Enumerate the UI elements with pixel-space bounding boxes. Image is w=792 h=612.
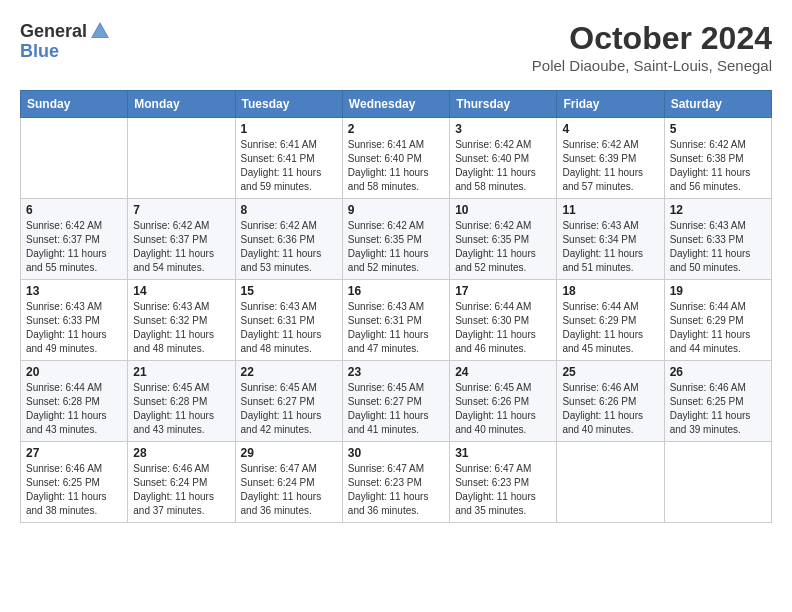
day-info: Sunrise: 6:45 AM Sunset: 6:27 PM Dayligh…	[241, 381, 337, 437]
calendar-cell: 8Sunrise: 6:42 AM Sunset: 6:36 PM Daylig…	[235, 199, 342, 280]
day-number: 29	[241, 446, 337, 460]
calendar-cell	[557, 442, 664, 523]
day-number: 16	[348, 284, 444, 298]
day-info: Sunrise: 6:47 AM Sunset: 6:23 PM Dayligh…	[348, 462, 444, 518]
day-number: 19	[670, 284, 766, 298]
day-info: Sunrise: 6:42 AM Sunset: 6:37 PM Dayligh…	[26, 219, 122, 275]
day-info: Sunrise: 6:41 AM Sunset: 6:40 PM Dayligh…	[348, 138, 444, 194]
day-info: Sunrise: 6:46 AM Sunset: 6:25 PM Dayligh…	[26, 462, 122, 518]
day-info: Sunrise: 6:42 AM Sunset: 6:38 PM Dayligh…	[670, 138, 766, 194]
logo-general: General	[20, 22, 87, 40]
calendar-cell: 22Sunrise: 6:45 AM Sunset: 6:27 PM Dayli…	[235, 361, 342, 442]
day-number: 3	[455, 122, 551, 136]
day-info: Sunrise: 6:42 AM Sunset: 6:35 PM Dayligh…	[455, 219, 551, 275]
day-info: Sunrise: 6:44 AM Sunset: 6:29 PM Dayligh…	[562, 300, 658, 356]
day-number: 25	[562, 365, 658, 379]
calendar-cell: 18Sunrise: 6:44 AM Sunset: 6:29 PM Dayli…	[557, 280, 664, 361]
day-number: 23	[348, 365, 444, 379]
day-number: 18	[562, 284, 658, 298]
calendar-header-row: SundayMondayTuesdayWednesdayThursdayFrid…	[21, 91, 772, 118]
calendar-week-4: 20Sunrise: 6:44 AM Sunset: 6:28 PM Dayli…	[21, 361, 772, 442]
calendar-week-2: 6Sunrise: 6:42 AM Sunset: 6:37 PM Daylig…	[21, 199, 772, 280]
day-number: 9	[348, 203, 444, 217]
day-info: Sunrise: 6:42 AM Sunset: 6:37 PM Dayligh…	[133, 219, 229, 275]
title-block: October 2024 Polel Diaoube, Saint-Louis,…	[532, 20, 772, 74]
day-number: 10	[455, 203, 551, 217]
calendar-week-1: 1Sunrise: 6:41 AM Sunset: 6:41 PM Daylig…	[21, 118, 772, 199]
logo-icon	[89, 20, 111, 42]
calendar-cell	[664, 442, 771, 523]
calendar-cell: 30Sunrise: 6:47 AM Sunset: 6:23 PM Dayli…	[342, 442, 449, 523]
calendar-header-monday: Monday	[128, 91, 235, 118]
day-info: Sunrise: 6:45 AM Sunset: 6:27 PM Dayligh…	[348, 381, 444, 437]
day-info: Sunrise: 6:47 AM Sunset: 6:23 PM Dayligh…	[455, 462, 551, 518]
day-number: 5	[670, 122, 766, 136]
day-number: 12	[670, 203, 766, 217]
calendar-cell: 6Sunrise: 6:42 AM Sunset: 6:37 PM Daylig…	[21, 199, 128, 280]
day-info: Sunrise: 6:42 AM Sunset: 6:39 PM Dayligh…	[562, 138, 658, 194]
day-number: 17	[455, 284, 551, 298]
calendar-cell: 11Sunrise: 6:43 AM Sunset: 6:34 PM Dayli…	[557, 199, 664, 280]
day-number: 20	[26, 365, 122, 379]
day-number: 8	[241, 203, 337, 217]
header: General Blue October 2024 Polel Diaoube,…	[20, 20, 772, 74]
day-info: Sunrise: 6:45 AM Sunset: 6:26 PM Dayligh…	[455, 381, 551, 437]
calendar-cell: 5Sunrise: 6:42 AM Sunset: 6:38 PM Daylig…	[664, 118, 771, 199]
day-info: Sunrise: 6:42 AM Sunset: 6:40 PM Dayligh…	[455, 138, 551, 194]
calendar-cell: 13Sunrise: 6:43 AM Sunset: 6:33 PM Dayli…	[21, 280, 128, 361]
calendar-cell: 29Sunrise: 6:47 AM Sunset: 6:24 PM Dayli…	[235, 442, 342, 523]
calendar-cell: 16Sunrise: 6:43 AM Sunset: 6:31 PM Dayli…	[342, 280, 449, 361]
day-number: 26	[670, 365, 766, 379]
logo-blue: Blue	[20, 42, 59, 60]
calendar-cell: 1Sunrise: 6:41 AM Sunset: 6:41 PM Daylig…	[235, 118, 342, 199]
day-number: 15	[241, 284, 337, 298]
calendar-header-sunday: Sunday	[21, 91, 128, 118]
calendar-header-wednesday: Wednesday	[342, 91, 449, 118]
day-number: 30	[348, 446, 444, 460]
calendar-header-friday: Friday	[557, 91, 664, 118]
day-info: Sunrise: 6:46 AM Sunset: 6:24 PM Dayligh…	[133, 462, 229, 518]
day-info: Sunrise: 6:47 AM Sunset: 6:24 PM Dayligh…	[241, 462, 337, 518]
day-info: Sunrise: 6:44 AM Sunset: 6:28 PM Dayligh…	[26, 381, 122, 437]
day-number: 22	[241, 365, 337, 379]
day-info: Sunrise: 6:43 AM Sunset: 6:34 PM Dayligh…	[562, 219, 658, 275]
day-number: 24	[455, 365, 551, 379]
calendar-cell: 15Sunrise: 6:43 AM Sunset: 6:31 PM Dayli…	[235, 280, 342, 361]
day-info: Sunrise: 6:46 AM Sunset: 6:25 PM Dayligh…	[670, 381, 766, 437]
logo: General Blue	[20, 20, 111, 60]
calendar-cell: 21Sunrise: 6:45 AM Sunset: 6:28 PM Dayli…	[128, 361, 235, 442]
day-number: 7	[133, 203, 229, 217]
calendar-cell: 27Sunrise: 6:46 AM Sunset: 6:25 PM Dayli…	[21, 442, 128, 523]
calendar-cell	[21, 118, 128, 199]
calendar-cell: 19Sunrise: 6:44 AM Sunset: 6:29 PM Dayli…	[664, 280, 771, 361]
day-info: Sunrise: 6:44 AM Sunset: 6:29 PM Dayligh…	[670, 300, 766, 356]
calendar-cell: 20Sunrise: 6:44 AM Sunset: 6:28 PM Dayli…	[21, 361, 128, 442]
day-number: 4	[562, 122, 658, 136]
calendar-cell: 7Sunrise: 6:42 AM Sunset: 6:37 PM Daylig…	[128, 199, 235, 280]
calendar-cell: 31Sunrise: 6:47 AM Sunset: 6:23 PM Dayli…	[450, 442, 557, 523]
page: General Blue October 2024 Polel Diaoube,…	[0, 0, 792, 543]
calendar-cell: 10Sunrise: 6:42 AM Sunset: 6:35 PM Dayli…	[450, 199, 557, 280]
calendar-header-thursday: Thursday	[450, 91, 557, 118]
day-info: Sunrise: 6:41 AM Sunset: 6:41 PM Dayligh…	[241, 138, 337, 194]
day-info: Sunrise: 6:43 AM Sunset: 6:32 PM Dayligh…	[133, 300, 229, 356]
calendar-cell	[128, 118, 235, 199]
calendar-header-saturday: Saturday	[664, 91, 771, 118]
day-info: Sunrise: 6:45 AM Sunset: 6:28 PM Dayligh…	[133, 381, 229, 437]
calendar-cell: 4Sunrise: 6:42 AM Sunset: 6:39 PM Daylig…	[557, 118, 664, 199]
day-number: 6	[26, 203, 122, 217]
day-info: Sunrise: 6:43 AM Sunset: 6:33 PM Dayligh…	[670, 219, 766, 275]
day-info: Sunrise: 6:43 AM Sunset: 6:33 PM Dayligh…	[26, 300, 122, 356]
calendar-cell: 23Sunrise: 6:45 AM Sunset: 6:27 PM Dayli…	[342, 361, 449, 442]
calendar: SundayMondayTuesdayWednesdayThursdayFrid…	[20, 90, 772, 523]
day-info: Sunrise: 6:44 AM Sunset: 6:30 PM Dayligh…	[455, 300, 551, 356]
calendar-body: 1Sunrise: 6:41 AM Sunset: 6:41 PM Daylig…	[21, 118, 772, 523]
main-title: October 2024	[532, 20, 772, 57]
day-number: 21	[133, 365, 229, 379]
day-number: 14	[133, 284, 229, 298]
calendar-week-5: 27Sunrise: 6:46 AM Sunset: 6:25 PM Dayli…	[21, 442, 772, 523]
calendar-cell: 14Sunrise: 6:43 AM Sunset: 6:32 PM Dayli…	[128, 280, 235, 361]
day-number: 13	[26, 284, 122, 298]
day-info: Sunrise: 6:42 AM Sunset: 6:35 PM Dayligh…	[348, 219, 444, 275]
calendar-cell: 17Sunrise: 6:44 AM Sunset: 6:30 PM Dayli…	[450, 280, 557, 361]
